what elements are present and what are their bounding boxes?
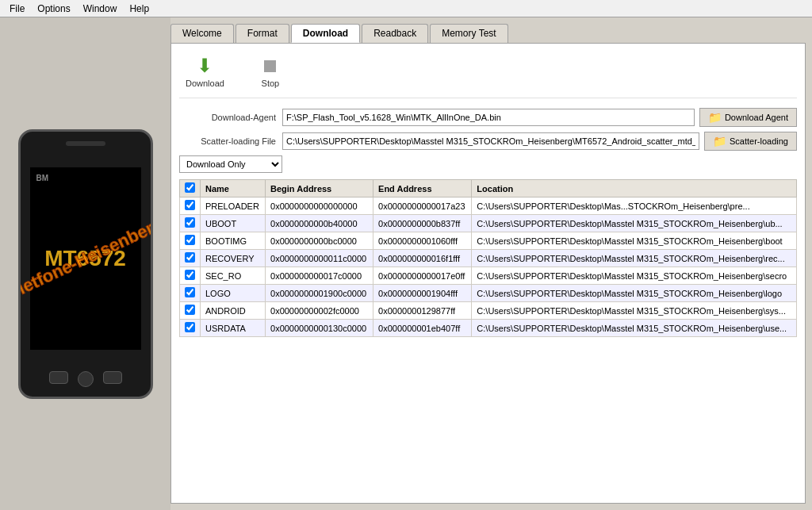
- table-row: PRELOADER 0x0000000000000000 0x000000000…: [180, 197, 797, 215]
- row-check-2: [180, 232, 201, 250]
- row-checkbox-7[interactable]: [185, 322, 195, 332]
- download-agent-label: Download-Agent: [179, 113, 282, 122]
- tab-download[interactable]: Download: [291, 24, 360, 43]
- scatter-folder-icon: 📁: [713, 135, 726, 148]
- phone-model: MT6572: [44, 246, 126, 271]
- phone-buttons: [49, 371, 122, 387]
- dropdown-row: Download Only: [179, 155, 797, 173]
- menu-window[interactable]: Window: [77, 2, 124, 16]
- row-begin-5: 0x0000000001900c0000: [266, 285, 373, 302]
- menu-help[interactable]: Help: [123, 2, 155, 16]
- row-begin-1: 0x0000000000b40000: [266, 215, 373, 232]
- tab-memory-test[interactable]: Memory Test: [430, 24, 508, 43]
- col-check: [180, 180, 201, 197]
- col-end: End Address: [373, 180, 472, 197]
- table-row: RECOVERY 0x0000000000011c0000 0x00000000…: [180, 250, 797, 267]
- row-checkbox-4[interactable]: [185, 270, 195, 280]
- download-button[interactable]: ⬇ Download: [179, 52, 231, 91]
- row-begin-3: 0x0000000000011c0000: [266, 250, 373, 267]
- table-row: LOGO 0x0000000001900c0000 0x000000000190…: [180, 285, 797, 302]
- download-agent-input[interactable]: [282, 109, 695, 126]
- row-location-0: C:\Users\SUPPORTER\Desktop\Mas...STOCKRO…: [472, 197, 797, 215]
- row-location-4: C:\Users\SUPPORTER\Desktop\Masstel M315_…: [472, 267, 797, 285]
- row-location-1: C:\Users\SUPPORTER\Desktop\Masstel M315_…: [472, 215, 797, 232]
- table-row: ANDROID 0x00000000002fc0000 0x0000000129…: [180, 302, 797, 320]
- menu-file[interactable]: File: [3, 2, 31, 16]
- menu-bar: File Options Window Help: [0, 0, 812, 17]
- scatter-input[interactable]: [282, 132, 699, 150]
- phone-body: BM MT6572 Vietfone-Heisenberg: [18, 129, 153, 399]
- row-checkbox-1[interactable]: [185, 217, 195, 228]
- col-begin: Begin Address: [266, 180, 373, 197]
- table-row: UBOOT 0x0000000000b40000 0x0000000000b83…: [180, 215, 797, 232]
- content-area: ⬇ Download ⏹ Stop Download-Agent 📁 Downl…: [170, 43, 806, 504]
- stop-label: Stop: [262, 79, 280, 88]
- phone-btn-menu: [103, 371, 122, 384]
- download-icon: ⬇: [197, 55, 213, 77]
- row-location-2: C:\Users\SUPPORTER\Desktop\Masstel M315_…: [472, 232, 797, 250]
- row-end-0: 0x0000000000017a23: [373, 197, 472, 215]
- row-name-2: BOOTIMG: [201, 232, 266, 250]
- row-location-6: C:\Users\SUPPORTER\Desktop\Masstel M315_…: [472, 302, 797, 320]
- toolbar: ⬇ Download ⏹ Stop: [179, 52, 797, 98]
- select-all-checkbox[interactable]: [185, 182, 195, 193]
- col-location: Location: [472, 180, 797, 197]
- phone-panel: BM MT6572 Vietfone-Heisenberg: [0, 17, 170, 510]
- table-row: BOOTIMG 0x0000000000bc0000 0x00000000010…: [180, 232, 797, 250]
- table-container: Name Begin Address End Address Location …: [179, 179, 797, 495]
- row-name-4: SEC_RO: [201, 267, 266, 285]
- row-end-5: 0x0000000001904fff: [373, 285, 472, 302]
- row-end-3: 0x000000000016f1fff: [373, 250, 472, 267]
- download-agent-row: Download-Agent 📁 Download Agent: [179, 108, 797, 127]
- folder-icon: 📁: [708, 111, 722, 124]
- scatter-loading-row: Scatter-loading File 📁 Scatter-loading: [179, 132, 797, 151]
- row-begin-6: 0x00000000002fc0000: [266, 302, 373, 320]
- row-end-4: 0x0000000000017e0ff: [373, 267, 472, 285]
- tab-welcome[interactable]: Welcome: [170, 24, 234, 43]
- table-row: USRDATA 0x0000000000130c0000 0x000000001…: [180, 320, 797, 337]
- row-begin-4: 0x000000000017c0000: [266, 267, 373, 285]
- row-check-5: [180, 285, 201, 302]
- bottom-spacer: [170, 504, 806, 510]
- row-end-6: 0x0000000129877ff: [373, 302, 472, 320]
- row-name-3: RECOVERY: [201, 250, 266, 267]
- row-location-7: C:\Users\SUPPORTER\Desktop\Masstel M315_…: [472, 320, 797, 337]
- row-checkbox-5[interactable]: [185, 287, 195, 297]
- row-begin-0: 0x0000000000000000: [266, 197, 373, 215]
- row-checkbox-6[interactable]: [185, 305, 195, 315]
- row-check-4: [180, 267, 201, 285]
- download-agent-btn[interactable]: 📁 Download Agent: [699, 108, 797, 127]
- row-begin-2: 0x0000000000bc0000: [266, 232, 373, 250]
- row-name-1: UBOOT: [201, 215, 266, 232]
- row-name-5: LOGO: [201, 285, 266, 302]
- download-mode-dropdown[interactable]: Download Only: [179, 155, 282, 173]
- row-checkbox-3[interactable]: [185, 252, 195, 263]
- row-check-1: [180, 215, 201, 232]
- phone-btn-home: [78, 371, 94, 387]
- table-row: SEC_RO 0x000000000017c0000 0x00000000000…: [180, 267, 797, 285]
- stop-button[interactable]: ⏹ Stop: [247, 52, 294, 91]
- tab-format[interactable]: Format: [236, 24, 289, 43]
- phone-speaker: [66, 141, 105, 146]
- row-check-3: [180, 250, 201, 267]
- row-name-6: ANDROID: [201, 302, 266, 320]
- phone-screen: BM MT6572 Vietfone-Heisenberg: [30, 167, 141, 350]
- scatter-btn[interactable]: 📁 Scatter-loading: [704, 132, 797, 151]
- tab-bar: Welcome Format Download Readback Memory …: [170, 24, 806, 43]
- scatter-label: Scatter-loading File: [179, 136, 282, 146]
- row-end-7: 0x000000001eb407ff: [373, 320, 472, 337]
- row-end-2: 0x0000000001060fff: [373, 232, 472, 250]
- row-end-1: 0x0000000000b837ff: [373, 215, 472, 232]
- row-check-7: [180, 320, 201, 337]
- row-name-7: USRDATA: [201, 320, 266, 337]
- phone-btn-back: [49, 371, 68, 384]
- stop-icon: ⏹: [261, 55, 280, 77]
- data-table: Name Begin Address End Address Location …: [179, 179, 797, 337]
- tab-readback[interactable]: Readback: [362, 24, 428, 43]
- row-check-6: [180, 302, 201, 320]
- col-name: Name: [201, 180, 266, 197]
- row-checkbox-0[interactable]: [185, 200, 195, 210]
- download-label: Download: [186, 79, 224, 88]
- row-checkbox-2[interactable]: [185, 235, 195, 245]
- menu-options[interactable]: Options: [31, 2, 76, 16]
